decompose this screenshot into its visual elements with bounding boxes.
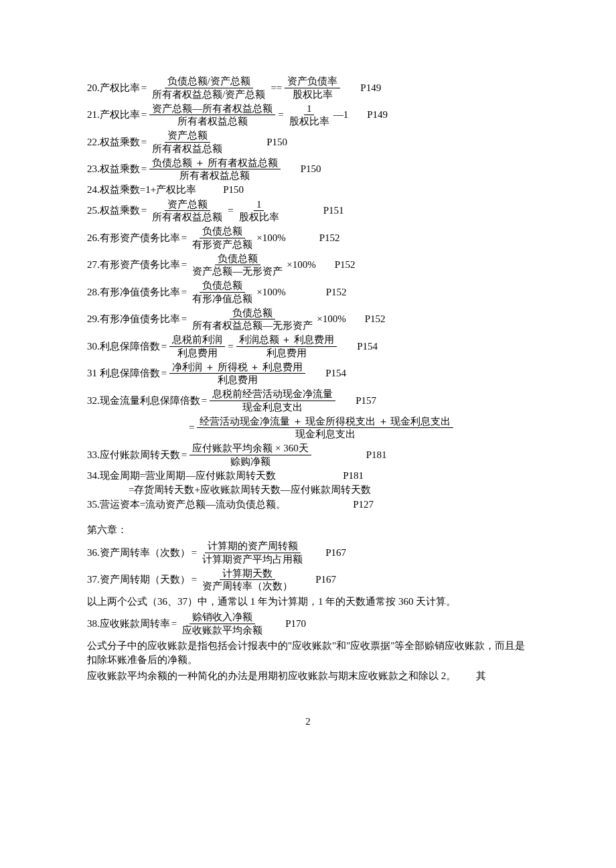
page-ref: P127 — [353, 498, 374, 512]
suffix: ×100% — [256, 286, 285, 299]
suffix: ×100% — [287, 259, 315, 272]
note-36-37: 以上两个公式（36、37）中，通常以 1 年为计算期，1 年的天数通常按 360… — [87, 595, 529, 609]
label: 25.权益乘数 — [87, 204, 140, 218]
suffix: ×100% — [256, 232, 285, 245]
fraction: 经营活动现金净流量 ＋ 现金所得税支出 ＋ 现金利息支出 现金利息支出 — [197, 415, 453, 441]
page-number: 2 — [87, 715, 529, 729]
page-ref: P152 — [319, 232, 340, 245]
label: 33.应付账款周转天数 — [87, 449, 180, 462]
page-ref: P150 — [223, 184, 244, 197]
fraction: 应付账款平均余额 × 360天 赊购净额 — [189, 442, 311, 468]
fraction: 负债总额 所有者权益总额—无形资产 — [189, 307, 315, 333]
page-ref: P181 — [366, 449, 387, 462]
formula-30: 30.利息保障倍数= 息税前利润 利息费用 = 利润总额 ＋ 利息费用 利息费用… — [87, 334, 529, 360]
label: 20.产权比率 — [87, 82, 140, 95]
formula-29: 29.有形净值债务比率= 负债总额 所有者权益总额—无形资产 ×100% P15… — [87, 307, 529, 333]
page-ref: P157 — [356, 394, 376, 408]
label: 36.资产周转率（次数） — [87, 547, 190, 560]
formula-23: 23.权益乘数= 负债总额 ＋ 所有者权益总额 所有者权益总额 P150 — [87, 157, 529, 183]
formula-28: 28.有形净值债务比率= 负债总额 有形净值总额 ×100% P152 — [87, 279, 529, 305]
formula-36: 36.资产周转率（次数）= 计算期的资产周转额 计算期资产平均占用额 P167 — [87, 540, 529, 566]
formula-20: 20.产权比率= 负债总额/资产总额 所有者权益总额/资产总额 == 资产负债率… — [87, 75, 529, 101]
page-ref: P151 — [323, 204, 344, 218]
label: 28.有形净值债务比率 — [87, 286, 180, 299]
formula-27: 27.有形资产债务比率= 负债总额 资产总额—无形资产 ×100% P152 — [87, 252, 529, 279]
formula-24: 24.权益乘数=1+产权比率 P150 — [87, 184, 529, 197]
page-ref: P152 — [326, 286, 347, 299]
fraction: 计算期天数 资产周转率（次数） — [200, 567, 295, 593]
suffix: ×100% — [317, 313, 345, 326]
text: 24.权益乘数=1+产权比率 — [87, 184, 196, 197]
fraction: 负债总额 有形资产总额 — [189, 225, 255, 251]
suffix: —1 — [333, 108, 349, 122]
page-ref: P150 — [301, 163, 321, 176]
fraction: 息税前经营活动现金净流量 现金利息支出 — [210, 388, 335, 414]
fraction: 净利润 ＋ 所得税 ＋ 利息费用 利息费用 — [169, 361, 305, 387]
fraction: 负债总额 有形净值总额 — [189, 279, 255, 305]
fraction: 资产总额 所有者权益总额 — [149, 129, 225, 155]
fraction: 利润总额 ＋ 利息费用 利息费用 — [236, 334, 337, 360]
text: =存货周转天数+应收账款周转天数—应付账款周转天数 — [129, 484, 371, 497]
page-ref: P149 — [367, 108, 388, 122]
formula-34: 34.现金周期=营业周期—应付账款周转天数 P181 — [87, 469, 529, 483]
label: 38.应收账款周转率 — [87, 618, 170, 631]
fraction: 计算期的资产周转额 计算期资产平均占用额 — [200, 540, 305, 566]
formula-33: 33.应付账款周转天数= 应付账款平均余额 × 360天 赊购净额 P181 — [87, 442, 529, 468]
label: 23.权益乘数 — [87, 163, 140, 176]
page-ref: P167 — [315, 573, 336, 587]
text: 34.现金周期=营业周期—应付账款周转天数 — [87, 469, 276, 483]
fraction: 1 股权比率 — [287, 102, 332, 129]
page-ref: P152 — [365, 313, 386, 326]
label: 32.现金流量利息保障倍数 — [87, 394, 200, 408]
fraction: 负债总额 ＋ 所有者权益总额 所有者权益总额 — [149, 157, 281, 183]
page-ref: P150 — [266, 136, 287, 149]
fraction: 资产总额—所有者权益总额 所有者权益总额 — [149, 102, 275, 129]
formula-22: 22.权益乘数= 资产总额 所有者权益总额 P150 — [87, 129, 529, 155]
label: 26.有形资产债务比率 — [87, 232, 180, 245]
formula-25: 25.权益乘数= 资产总额 所有者权益总额 = 1 股权比率 P151 — [87, 198, 529, 224]
label: 22.权益乘数 — [87, 136, 140, 149]
formula-38: 38.应收账款周转率= 赊销收入净额 应收账款平均余额 P170 — [87, 611, 529, 637]
formula-31: 31 利息保障倍数= 净利润 ＋ 所得税 ＋ 利息费用 利息费用 P154 — [87, 361, 529, 387]
label: 37.资产周转期（天数） — [87, 573, 190, 587]
page-ref: P152 — [335, 259, 356, 272]
note-38a: 公式分子中的应收账款是指包括会计报表中的"应收账款"和"应收票据"等全部赊销应收… — [87, 639, 529, 667]
page-ref: P181 — [343, 469, 364, 483]
label: 27.有形资产债务比率 — [87, 259, 180, 272]
label: 21.产权比率 — [87, 108, 140, 122]
label: 30.利息保障倍数 — [87, 340, 160, 354]
formula-37: 37.资产周转期（天数）= 计算期天数 资产周转率（次数） P167 — [87, 567, 529, 593]
fraction: 息税前利润 利息费用 — [169, 334, 225, 360]
formula-21: 21.产权比率= 资产总额—所有者权益总额 所有者权益总额 = 1 股权比率 —… — [87, 102, 529, 129]
fraction: 负债总额/资产总额 所有者权益总额/资产总额 — [149, 75, 268, 101]
formula-26: 26.有形资产债务比率= 负债总额 有形资产总额 ×100% P152 — [87, 225, 529, 251]
page-ref: P154 — [357, 340, 378, 354]
fraction: 负债总额 资产总额—无形资产 — [189, 252, 285, 279]
formula-32-continued: = 经营活动现金净流量 ＋ 现金所得税支出 ＋ 现金利息支出 现金利息支出 — [187, 415, 529, 441]
fraction: 资产负债率 股权比率 — [285, 75, 340, 101]
page-ref: P167 — [325, 547, 346, 560]
page-content: 20.产权比率= 负债总额/资产总额 所有者权益总额/资产总额 == 资产负债率… — [0, 0, 616, 768]
label: 29.有形净值债务比率 — [87, 313, 180, 326]
page-ref: P170 — [285, 618, 306, 631]
page-ref: P149 — [360, 82, 381, 95]
fraction: 资产总额 所有者权益总额 — [149, 198, 225, 224]
page-ref: P154 — [325, 367, 346, 380]
formula-34-continued: =存货周转天数+应收账款周转天数—应付账款周转天数 — [129, 484, 529, 497]
formula-32: 32.现金流量利息保障倍数= 息税前经营活动现金净流量 现金利息支出 P157 — [87, 388, 529, 414]
chapter-heading: 第六章： — [87, 523, 529, 537]
fraction: 赊销收入净额 应收账款平均余额 — [179, 611, 265, 637]
label: 31 利息保障倍数 — [87, 367, 160, 380]
text: 35.营运资本=流动资产总额—流动负债总额。 — [87, 498, 286, 512]
fraction: 1 股权比率 — [236, 198, 282, 224]
note-38b: 应收账款平均余额的一种简化的办法是用期初应收账款与期末应收账款之和除以 2。 其 — [87, 669, 529, 683]
formula-35: 35.营运资本=流动资产总额—流动负债总额。 P127 — [87, 498, 529, 512]
